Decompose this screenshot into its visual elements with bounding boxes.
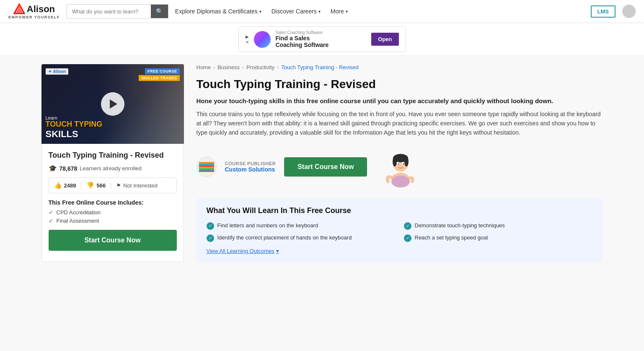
learn-grid: ✓ Find letters and numbers on the keyboa… — [207, 222, 593, 242]
publisher-cta-row: COURSE PUBLISHER Custom Solutions Start … — [197, 146, 603, 188]
course-subtitle: Hone your touch-typing skills in this fr… — [197, 96, 603, 105]
breadcrumb-home[interactable]: Home — [197, 64, 211, 70]
main-container: ✦ Alison FREE COURSE SKILLED TRADES Lear… — [29, 56, 616, 271]
feedback-divider2 — [111, 181, 111, 190]
logo-tagline: EMPOWER YOURSELF — [8, 15, 60, 19]
svg-point-7 — [404, 156, 409, 166]
skilled-trades-badge: SKILLED TRADES — [139, 75, 179, 81]
breadcrumb: Home › Business › Productivity › Touch T… — [197, 64, 603, 70]
play-icon — [110, 99, 117, 109]
like-button[interactable]: 👍 2489 — [54, 182, 76, 189]
includes-title: This Free Online Course Includes: — [49, 199, 177, 206]
publisher-logo — [197, 157, 217, 177]
publisher-logo-image — [199, 162, 214, 172]
thumbnail-header: ✦ Alison FREE COURSE SKILLED TRADES — [46, 68, 180, 81]
learn-title: What You Will Learn In This Free Course — [207, 206, 593, 215]
badge-area: FREE COURSE SKILLED TRADES — [139, 68, 179, 81]
free-course-badge: FREE COURSE — [145, 68, 180, 74]
course-description: This course trains you to type reflexive… — [197, 109, 603, 138]
svg-point-10 — [398, 163, 399, 164]
character-illustration — [375, 146, 426, 188]
nav-links: Explore Diplomas & Certificates ▾ Discov… — [175, 8, 584, 15]
ad-arrow-icon: ▶ — [246, 34, 249, 39]
enrolled-count: 78,678 — [59, 165, 78, 172]
ad-attribution: ▶ ✕ — [246, 34, 249, 44]
breadcrumb-sep3: › — [277, 65, 279, 70]
sidebar-course-title: Touch Typing Training - Revised — [49, 151, 177, 160]
thumbs-up-icon: 👍 — [54, 182, 62, 189]
chevron-down-icon: ▾ — [259, 9, 261, 14]
navbar: Alison EMPOWER YOURSELF 🔍 Explore Diplom… — [0, 0, 644, 23]
search-icon: 🔍 — [156, 8, 163, 15]
logo-name: Alison — [27, 4, 55, 15]
svg-point-12 — [391, 176, 410, 187]
flag-icon: ⚑ — [116, 182, 121, 189]
search-button[interactable]: 🔍 — [151, 5, 168, 18]
nav-careers[interactable]: Discover Careers ▾ — [272, 8, 321, 15]
character-svg — [380, 148, 422, 188]
enrolled-label: Learners already enrolled — [80, 165, 141, 172]
ad-open-button[interactable]: Open — [371, 33, 398, 46]
publisher-info: COURSE PUBLISHER Custom Solutions — [225, 161, 276, 173]
not-interested-button[interactable]: ⚑ Not Interested — [116, 182, 158, 189]
learn-item-text: Find letters and numbers on the keyboard — [217, 222, 318, 229]
ad-logo-icon — [254, 31, 271, 48]
includes-cpd: CPD Accreditation — [57, 209, 101, 216]
feedback-row: 👍 2489 👎 566 ⚑ Not Interested — [49, 177, 177, 193]
start-course-button-sidebar[interactable]: Start Course Now — [49, 230, 177, 251]
includes-section: This Free Online Course Includes: ✓ CPD … — [49, 199, 177, 224]
includes-item-cpd: ✓ CPD Accreditation — [49, 209, 177, 216]
ad-text: Sales Coaching Software Find a Sales Coa… — [276, 30, 367, 48]
course-main-title: Touch Typing Training - Revised — [197, 77, 603, 91]
breadcrumb-sep1: › — [213, 65, 215, 70]
feedback-divider — [81, 181, 81, 190]
breadcrumb-productivity[interactable]: Productivity — [246, 64, 274, 70]
lms-button[interactable]: LMS — [591, 5, 616, 18]
learn-item-text: Identify the correct placement of hands … — [217, 234, 352, 242]
chevron-down-icon: ▾ — [318, 9, 321, 14]
search-box: 🔍 — [67, 4, 168, 18]
check-circle-icon: ✓ — [404, 222, 411, 230]
ad-banner: ▶ ✕ Sales Coaching Software Find a Sales… — [0, 23, 644, 56]
alison-logo-small: ✦ — [48, 69, 52, 74]
publisher-name[interactable]: Custom Solutions — [225, 166, 276, 173]
like-count: 2489 — [64, 182, 76, 189]
alison-badge: ✦ Alison — [46, 68, 69, 75]
learn-item-text: Demonstrate touch-typing techniques — [415, 222, 505, 229]
chevron-down-icon: ▾ — [346, 9, 348, 14]
chevron-down-icon: ▾ — [276, 248, 279, 254]
nav-explore[interactable]: Explore Diplomas & Certificates ▾ — [175, 8, 261, 15]
learn-item-0: ✓ Find letters and numbers on the keyboa… — [207, 222, 396, 230]
check-icon: ✓ — [49, 209, 53, 216]
ad-close-icon[interactable]: ✕ — [246, 40, 249, 44]
course-info-card: Touch Typing Training - Revised 🎓 78,678… — [41, 144, 184, 262]
logo[interactable]: Alison — [13, 3, 55, 15]
breadcrumb-current[interactable]: Touch Typing Training - Revised — [281, 64, 359, 70]
search-input[interactable] — [67, 5, 151, 18]
thumbnail-footer: Learn TOUCH TYPING SKILLS — [46, 115, 180, 140]
right-content: Home › Business › Productivity › Touch T… — [197, 64, 603, 263]
logo-area: Alison EMPOWER YOURSELF — [8, 3, 60, 19]
left-sidebar: ✦ Alison FREE COURSE SKILLED TRADES Lear… — [41, 64, 184, 262]
svg-point-6 — [393, 156, 397, 166]
breadcrumb-business[interactable]: Business — [217, 64, 240, 70]
dislike-button[interactable]: 👎 566 — [86, 182, 106, 189]
svg-point-11 — [403, 163, 404, 164]
course-thumbnail: ✦ Alison FREE COURSE SKILLED TRADES Lear… — [41, 64, 184, 144]
learn-box: What You Will Learn In This Free Course … — [197, 198, 603, 263]
graduation-icon: 🎓 — [49, 164, 57, 172]
nav-more[interactable]: More ▾ — [331, 8, 348, 15]
check-circle-icon: ✓ — [207, 234, 214, 242]
play-button[interactable] — [101, 92, 124, 116]
start-course-button-main[interactable]: Start Course Now — [284, 157, 367, 177]
thumbs-down-icon: 👎 — [86, 182, 94, 189]
includes-item-assessment: ✓ Final Assessment — [49, 218, 177, 224]
check-circle-icon: ✓ — [404, 234, 411, 242]
view-all-outcomes-link[interactable]: View All Learning Outcomes ▾ — [207, 248, 593, 254]
enrolled-row: 🎓 78,678 Learners already enrolled — [49, 164, 177, 172]
alison-logo-icon — [13, 3, 25, 15]
learn-item-text: Reach a set typing speed goal — [415, 234, 488, 242]
avatar[interactable] — [622, 5, 636, 18]
learn-item-3: ✓ Reach a set typing speed goal — [404, 234, 593, 242]
breadcrumb-sep2: › — [242, 65, 244, 70]
